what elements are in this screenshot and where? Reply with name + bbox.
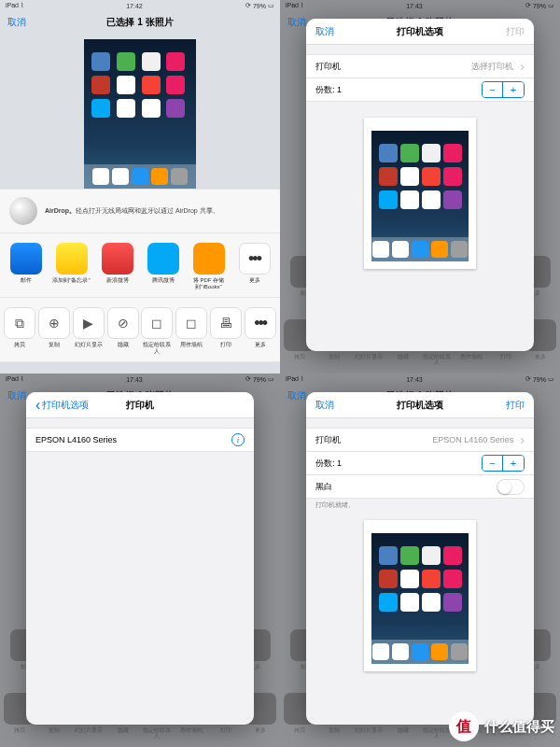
bw-toggle[interactable]: [497, 479, 525, 495]
quadrant-share-sheet: iPad ⌇ 17:42 ⟳ 79% ▭ 取消 已选择 1 张照片 AirDro…: [0, 0, 280, 374]
printer-row[interactable]: 打印机 选择打印机: [306, 54, 534, 78]
print-button-disabled: 打印: [506, 25, 525, 38]
action-icon: 🖶: [210, 307, 242, 339]
printer-label: 打印机: [315, 434, 341, 446]
action-label: 复制: [49, 342, 60, 348]
app-icon: [193, 243, 225, 275]
share-actions-row: ⧉拷贝⊕复制▶幻灯片显示⊘隐藏◻指定给联系人◻用作墙纸🖶打印•••更多: [0, 298, 280, 362]
action-label: 隐藏: [118, 342, 129, 348]
airdrop-row[interactable]: AirDrop。轻点打开无线局域网和蓝牙以通过 AirDrop 共享。: [0, 189, 280, 233]
share-app-邮件[interactable]: 邮件: [4, 243, 48, 289]
share-action-打印[interactable]: 🖶打印: [210, 307, 243, 354]
copies-stepper[interactable]: −+: [482, 81, 525, 98]
quadrant-printer-options: iPad ⌇ 17:43 ⟳ 79% ▭ 取消已选择 1 张照片 邮件添加到"备…: [280, 0, 560, 374]
cancel-button[interactable]: 取消: [315, 25, 334, 38]
share-action-隐藏[interactable]: ⊘隐藏: [106, 307, 139, 354]
printer-status-text: 打印机就绪。: [306, 498, 534, 513]
app-label: 腾讯微博: [152, 277, 175, 284]
copies-stepper[interactable]: −+: [482, 455, 525, 472]
printer-options-popover: 取消 打印机选项 打印 打印机 EPSON L4160 Series 份数: 1…: [306, 392, 534, 725]
preview-page: [371, 533, 469, 664]
copies-row: 份数: 1 −+: [306, 78, 534, 102]
printer-label: 打印机: [315, 61, 341, 73]
share-app-将 PDF 存储到"iBooks"[interactable]: 将 PDF 存储到"iBooks": [187, 243, 231, 289]
status-device: iPad ⌇: [6, 2, 23, 9]
cancel-button[interactable]: 取消: [7, 16, 26, 29]
popover-title: 打印机选项: [306, 399, 534, 412]
share-app-添加到"备忘录"[interactable]: 添加到"备忘录": [49, 243, 93, 289]
app-icon: [102, 243, 133, 275]
share-action-幻灯片显示[interactable]: ▶幻灯片显示: [73, 307, 105, 354]
share-header: 取消 已选择 1 张照片: [0, 11, 280, 34]
printer-options-popover: 取消 打印机选项 打印 打印机 选择打印机 份数: 1 −+: [306, 19, 534, 351]
app-label: 更多: [249, 277, 260, 284]
share-panel: AirDrop。轻点打开无线局域网和蓝牙以通过 AirDrop 共享。 邮件添加…: [0, 189, 280, 362]
preview-page: [371, 131, 469, 261]
watermark-icon: 值: [449, 712, 479, 741]
quadrant-printer-list: iPad ⌇ 17:43 ⟳ 79% ▭ 取消已选择 1 张照片 邮件添加到"备…: [0, 374, 280, 747]
app-label: 添加到"备忘录": [52, 277, 90, 284]
action-label: 打印: [220, 342, 231, 348]
action-icon: ▶: [73, 307, 105, 339]
printer-value: 选择打印机: [471, 59, 525, 74]
copies-label: 份数: 1: [315, 458, 342, 470]
app-icon: [10, 243, 42, 275]
action-label: 指定给联系人: [141, 342, 174, 354]
printer-list-popover: 打印机选项 打印机 EPSON L4160 Series i: [26, 392, 254, 725]
cancel-button[interactable]: 取消: [315, 399, 334, 412]
bw-label: 黑白: [315, 481, 332, 493]
photo-thumbnail[interactable]: [84, 39, 196, 189]
plus-button[interactable]: +: [503, 82, 524, 97]
airdrop-text: AirDrop。轻点打开无线局域网和蓝牙以通过 AirDrop 共享。: [45, 206, 219, 216]
copies-label: 份数: 1: [315, 84, 342, 96]
app-icon: [147, 243, 179, 275]
printer-row[interactable]: 打印机 EPSON L4160 Series: [306, 428, 534, 452]
app-label: 新浪微博: [106, 277, 129, 284]
print-button[interactable]: 打印: [506, 399, 525, 412]
share-app-腾讯微博[interactable]: 腾讯微博: [141, 243, 185, 289]
status-bar: iPad ⌇ 17:42 ⟳ 79% ▭: [0, 0, 280, 11]
app-label: 将 PDF 存储到"iBooks": [187, 277, 231, 289]
popover-title: 打印机选项: [306, 25, 534, 38]
share-action-拷贝[interactable]: ⧉拷贝: [4, 307, 36, 354]
back-button[interactable]: 打印机选项: [35, 397, 89, 414]
action-icon: •••: [245, 307, 276, 339]
action-icon: ◻: [141, 307, 173, 339]
printer-value: EPSON L4160 Series: [432, 432, 525, 447]
action-icon: ◻: [175, 307, 207, 339]
watermark-text: 什么值得买: [484, 718, 554, 736]
plus-button[interactable]: +: [503, 456, 524, 471]
printer-name: EPSON L4160 Series: [35, 435, 117, 444]
action-icon: ⊘: [107, 307, 139, 339]
action-label: 拷贝: [14, 342, 25, 348]
share-title: 已选择 1 张照片: [0, 16, 280, 29]
popover-header: 取消 打印机选项 打印: [306, 19, 534, 45]
copies-row: 份数: 1 −+: [306, 451, 534, 475]
status-right: ⟳ 79% ▭: [245, 2, 274, 9]
minus-button[interactable]: −: [483, 456, 503, 471]
share-app-更多[interactable]: •••更多: [232, 243, 276, 289]
popover-header: 取消 打印机选项 打印: [306, 392, 534, 418]
airdrop-icon: [9, 197, 37, 225]
share-action-用作墙纸[interactable]: ◻用作墙纸: [175, 307, 208, 354]
printer-item[interactable]: EPSON L4160 Series i: [26, 428, 254, 452]
watermark: 值 什么值得买: [449, 712, 554, 741]
info-icon[interactable]: i: [231, 433, 245, 446]
minus-button[interactable]: −: [483, 82, 503, 97]
print-preview[interactable]: [306, 101, 534, 351]
share-action-更多[interactable]: •••更多: [244, 307, 276, 354]
app-icon: [56, 243, 88, 275]
action-icon: ⊕: [38, 307, 70, 339]
bw-row: 黑白: [306, 474, 534, 499]
share-action-指定给联系人[interactable]: ◻指定给联系人: [141, 307, 174, 354]
print-preview[interactable]: [306, 513, 534, 725]
action-label: 幻灯片显示: [75, 342, 103, 348]
app-label: 邮件: [21, 277, 32, 284]
share-app-新浪微博[interactable]: 新浪微博: [95, 243, 139, 289]
status-time: 17:42: [126, 3, 143, 9]
action-label: 更多: [255, 342, 266, 348]
action-icon: ⧉: [4, 307, 35, 339]
popover-header: 打印机选项 打印机: [26, 392, 254, 418]
share-apps-row: 邮件添加到"备忘录"新浪微博腾讯微博将 PDF 存储到"iBooks"•••更多: [0, 233, 280, 298]
share-action-复制[interactable]: ⊕复制: [38, 307, 71, 354]
